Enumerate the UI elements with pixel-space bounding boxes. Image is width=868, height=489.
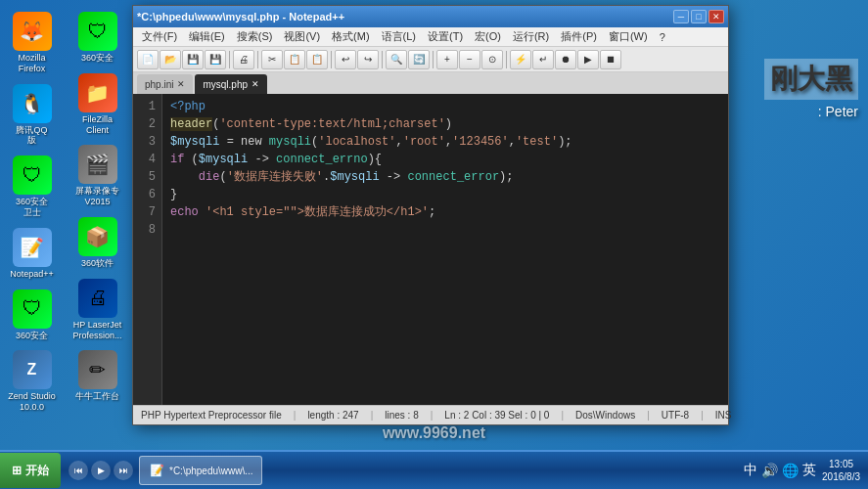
menu-bar: 文件(F) 编辑(E) 搜索(S) 视图(V) 格式(M) 语言(L) 设置(T… [133,27,728,47]
toolbar-separator-5 [433,51,434,68]
filezilla-icon: 📁 [78,73,117,112]
maximize-button[interactable]: □ [691,10,707,23]
minimize-button[interactable]: ─ [673,10,689,23]
toolbar-separator-3 [331,51,332,68]
toolbar-zoom-in[interactable]: + [436,50,458,69]
code-area[interactable]: 1 2 3 4 5 6 7 8 <?php header('content-ty… [133,94,728,405]
hp-icon: 🖨 [78,279,117,318]
tray-english-icon[interactable]: 英 [802,462,816,479]
desktop-icon-360safe[interactable]: 🛡 360安全卫士 [0,152,64,222]
toolbar: 📄 📂 💾 💾 🖨 ✂ 📋 📋 ↩ ↪ 🔍 🔄 + − ⊙ ⚡ ↵ ⏺ ▶ [133,47,728,72]
toolbar-paste[interactable]: 📋 [306,50,328,69]
system-tray: 中 🔊 🌐 英 [744,462,816,479]
line-numbers: 1 2 3 4 5 6 7 8 [133,94,162,405]
taskbar-notepad-label: *C:\phpedu\www\... [169,466,253,476]
menu-plugin[interactable]: 插件(P) [556,28,602,45]
media-next-button[interactable]: ⏭ [114,461,133,480]
menu-macro[interactable]: 宏(O) [470,28,506,45]
status-lines: lines : 8 [385,410,418,421]
toolbar-undo[interactable]: ↩ [335,50,356,69]
media-play-button[interactable]: ▶ [91,461,111,480]
tab-mysqlphp[interactable]: mysql.php ✕ [195,74,267,94]
tab-bar: php.ini ✕ mysql.php ✕ [133,72,728,94]
toolbar-new[interactable]: 📄 [137,50,159,69]
menu-file[interactable]: 文件(F) [137,28,182,45]
toolbar-wrap[interactable]: ↵ [532,50,554,69]
start-button[interactable]: ⊞ 开始 [0,453,61,488]
status-position: Ln : 2 Col : 39 Sel : 0 | 0 [444,410,549,421]
tray-lang-icon[interactable]: 中 [744,462,757,479]
taskbar-notepad-icon: 📝 [148,462,165,479]
toolbar-saveall[interactable]: 💾 [205,50,226,69]
tab-phpini[interactable]: php.ini ✕ [137,74,193,94]
menu-search[interactable]: 搜索(S) [232,28,278,45]
menu-language[interactable]: 语言(L) [377,28,421,45]
right-panel: 刚大黑 : Peter [764,59,858,119]
toolbar-replace[interactable]: 🔄 [408,50,430,69]
toolbar-copy[interactable]: 📋 [284,50,305,69]
menu-run[interactable]: 运行(R) [508,28,554,45]
tab-phpini-close[interactable]: ✕ [177,79,185,89]
toolbar-zoom-reset[interactable]: ⊙ [481,50,503,69]
window-title: *C:\phpedu\www\mysql.php - Notepad++ [137,11,344,22]
taskbar-item-notepad[interactable]: 📝 *C:\phpedu\www\... [139,456,262,485]
menu-settings[interactable]: 设置(T) [423,28,468,45]
status-sep-1: | [294,410,297,421]
menu-window[interactable]: 窗口(W) [604,28,653,45]
toolbar-sync[interactable]: ⚡ [510,50,531,69]
desktop-icon-label-notepad: Notepad++ [10,269,54,280]
code-editor[interactable]: <?php header('content-type:text/html;cha… [162,94,728,405]
desktop-icon-hp[interactable]: 🖨 HP LaserJetProfession... [66,275,129,345]
tray-network-icon[interactable]: 🌐 [782,463,799,478]
status-sep-4: | [561,410,564,421]
360safe2-icon: 🛡 [13,289,52,329]
desktop-icon-360safe3[interactable]: 🛡 360安全 [66,8,129,67]
toolbar-open[interactable]: 📂 [160,50,181,69]
desktop-icon-zend[interactable]: Z Zend Studio10.0.0 [0,346,64,417]
toolbar-separator-2 [257,51,258,68]
toolbar-zoom-out[interactable]: − [459,50,480,69]
desktop-icon-bianji[interactable]: ✏ 牛牛工作台 [66,346,129,406]
status-encoding: UTF-8 [662,410,689,421]
tab-mysqlphp-close[interactable]: ✕ [251,79,259,89]
status-sep-3: | [431,410,434,421]
menu-view[interactable]: 视图(V) [279,28,325,45]
toolbar-cut[interactable]: ✂ [261,50,283,69]
clock: 13:05 2016/8/3 [822,458,860,483]
taskbar-right: 中 🔊 🌐 英 13:05 2016/8/3 [736,458,868,483]
media-prev-button[interactable]: ⏮ [69,461,88,480]
menu-help[interactable]: ? [655,30,670,44]
close-button[interactable]: ✕ [708,10,724,23]
status-sep-6: | [701,410,704,421]
desktop-icon-firefox[interactable]: 🦊 MozillaFirefox [0,8,64,78]
clock-time: 13:05 [822,458,860,470]
toolbar-print[interactable]: 🖨 [233,50,254,69]
desktop-icon-filezilla[interactable]: 📁 FileZillaClient [66,69,129,140]
desktop-icon-screenrecord[interactable]: 🎬 屏幕录像专V2015 [66,141,129,211]
360soft-icon: 📦 [78,217,117,256]
desktop-icon-label-firefox: MozillaFirefox [18,53,45,74]
menu-format[interactable]: 格式(M) [327,28,375,45]
toolbar-separator-6 [506,51,507,68]
tray-volume-icon[interactable]: 🔊 [761,463,778,478]
toolbar-redo[interactable]: ↪ [357,50,379,69]
toolbar-separator-4 [382,51,383,68]
desktop: 🦊 MozillaFirefox 🐧 腾讯QQ版 🛡 360安全卫士 📝 Not… [0,0,868,489]
desktop-icon-notepad[interactable]: 📝 Notepad++ [0,224,64,284]
status-length: length : 247 [307,410,358,421]
toolbar-save[interactable]: 💾 [182,50,204,69]
desktop-icon-360soft[interactable]: 📦 360软件 [66,213,129,273]
toolbar-macro[interactable]: ⏺ [555,50,576,69]
firefox-icon: 🦊 [13,12,52,51]
start-label: 开始 [25,463,49,479]
status-sep-2: | [371,410,374,421]
toolbar-macro-play[interactable]: ▶ [577,50,599,69]
menu-edit[interactable]: 编辑(E) [184,28,230,45]
toolbar-find[interactable]: 🔍 [386,50,407,69]
desktop-icon-qq[interactable]: 🐧 腾讯QQ版 [0,80,64,151]
toolbar-macro-stop[interactable]: ⏹ [600,50,621,69]
desktop-icon-label-filezilla: FileZillaClient [82,114,113,136]
tab-phpini-label: php.ini [145,79,173,90]
status-insert: INS [715,410,732,421]
desktop-icon-360safe2[interactable]: 🛡 360安全 [0,286,64,345]
